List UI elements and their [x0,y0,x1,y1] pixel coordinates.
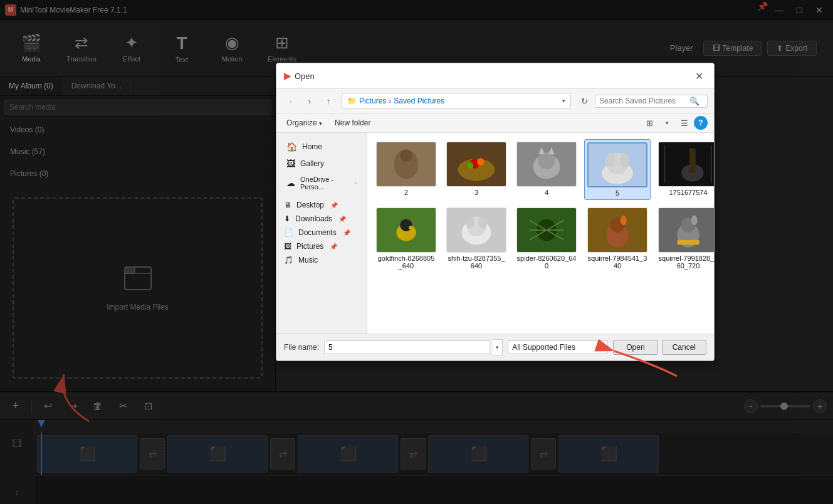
file-thumb-bird [376,207,436,253]
view-large-icons-button[interactable]: ⊞ [641,116,657,130]
file-name-input[interactable] [324,340,490,354]
gallery-icon: 🖼 [286,159,295,169]
breadcrumb-folder-icon: 📁 [347,97,357,105]
file-name-2: 2 [404,189,408,196]
breadcrumb-item-1: Pictures [359,97,386,105]
nav-up-button[interactable]: ↑ [320,93,337,108]
svg-point-30 [409,226,414,229]
dialog-body: 🏠 Home 🖼 Gallery ☁ OneDrive - Perso... ›… [276,133,714,333]
svg-rect-26 [689,149,696,173]
organize-button[interactable]: Organize ▾ [283,117,326,129]
svg-point-10 [477,158,485,165]
svg-rect-52 [677,240,699,245]
pictures-label: Pictures [296,242,323,251]
open-button[interactable]: Open [613,340,657,355]
file-thumb-2 [376,142,436,187]
file-item-goldfinch[interactable]: goldfinch-8268805_640 [374,205,439,272]
sidebar-nav-onedrive[interactable]: ☁ OneDrive - Perso... › [279,172,364,194]
file-name-5: 5 [616,189,619,197]
organize-label: Organize [286,118,317,127]
svg-point-47 [621,216,627,226]
nav-back-button[interactable]: ‹ [283,93,299,108]
file-name-guitar: 1751677574 [669,189,707,196]
file-thumb-shih [446,207,506,253]
onedrive-icon: ☁ [286,178,295,188]
svg-point-14 [538,152,555,169]
file-name-shih: shih-tzu-8287355_640 [446,255,506,270]
quick-access-downloads[interactable]: ⬇ Downloads 📌 [276,212,367,226]
file-thumb-squirrel2 [658,207,714,253]
downloads-label: Downloads [295,214,332,223]
quick-access-music[interactable]: 🎵 Music [276,253,367,267]
pin-documents-icon: 📌 [343,229,350,236]
file-item-squirrel2[interactable]: squirrel-7991828_960_720 [656,205,714,272]
file-item-squirrel1[interactable]: squirrel-7984541_340 [584,205,651,272]
sidebar-nav-home-label: Home [302,142,322,151]
file-type-label: All Supported Files [512,343,575,352]
file-item-spider[interactable]: spider-8260620_640 [514,205,579,272]
desktop-icon: 🖥 [284,201,291,209]
file-name-input-container: ▾ [324,339,503,355]
view-details-button[interactable]: ☰ [676,116,693,130]
desktop-label: Desktop [296,201,324,209]
music-icon: 🎵 [284,256,293,265]
file-thumb-5 [587,142,647,187]
help-button[interactable]: ? [694,116,708,130]
sidebar-nav-gallery-label: Gallery [300,159,324,168]
quick-access-documents[interactable]: 📄 Documents 📌 [276,226,367,239]
dialog-close-button[interactable]: ✕ [691,68,706,83]
dialog-title-text: Open [295,71,315,81]
breadcrumb-item-2: Saved Pictures [394,97,444,105]
search-input[interactable] [599,97,687,105]
svg-point-21 [620,153,629,167]
file-item-5[interactable]: 5 [584,139,651,200]
dialog-nav-bar: ‹ › ↑ 📁 Pictures › Saved Pictures ▾ ↻ 🔍 [276,89,714,113]
dialog-file-toolbar: Organize ▾ New folder ⊞ ▾ ☰ ? [276,113,714,133]
file-name-dropdown[interactable]: ▾ [493,339,503,355]
file-item-4[interactable]: 4 [514,139,579,200]
quick-access-desktop[interactable]: 🖥 Desktop 📌 [276,198,367,212]
sidebar-nav-home[interactable]: 🏠 Home [279,139,364,155]
home-icon: 🏠 [286,142,297,152]
refresh-button[interactable]: ↻ [576,93,592,108]
new-folder-button[interactable]: New folder [331,117,374,129]
svg-point-35 [478,216,487,229]
cancel-button[interactable]: Cancel [662,340,706,355]
file-name-goldfinch: goldfinch-8268805_640 [376,255,436,270]
file-item-guitar[interactable]: 1751677574 [656,139,714,200]
documents-label: Documents [298,228,337,237]
file-item-3[interactable]: 3 [444,139,509,200]
file-type-select[interactable]: All Supported Files ▾ [508,340,608,354]
dialog-title: ▶ Open [284,71,315,81]
pin-downloads-icon: 📌 [338,216,346,223]
dialog-sidebar: 🏠 Home 🖼 Gallery ☁ OneDrive - Perso... ›… [276,133,367,333]
file-item-shih[interactable]: shih-tzu-8287355_640 [444,205,509,272]
breadcrumb[interactable]: 📁 Pictures › Saved Pictures ▾ [342,93,571,109]
expand-arrow-icon: › [355,180,357,186]
view-buttons: ⊞ ▾ ☰ ? [641,116,708,130]
sidebar-nav-onedrive-label: OneDrive - Perso... [300,176,350,191]
svg-point-51 [691,216,698,226]
nav-forward-button[interactable]: › [301,93,318,108]
pictures-icon: 🖼 [284,242,291,251]
file-name-squirrel2: squirrel-7991828_960_720 [658,255,714,270]
file-thumb-4 [516,142,577,187]
file-name-spider: spider-8260620_640 [516,255,577,270]
sidebar-nav-gallery[interactable]: 🖼 Gallery [279,155,364,172]
dialog-files-grid: 2 3 4 5 [367,133,714,333]
file-name-4: 4 [545,189,548,196]
pin-pictures-icon: 📌 [330,243,337,250]
file-thumb-squirrel1 [587,207,647,253]
dialog-title-bar: ▶ Open ✕ [276,63,714,89]
open-dialog: ▶ Open ✕ ‹ › ↑ 📁 Pictures › Saved Pictur… [276,63,715,361]
svg-point-34 [466,216,474,229]
organize-arrow-icon: ▾ [319,120,322,127]
svg-point-29 [400,219,412,231]
search-box: 🔍 [595,95,708,108]
breadcrumb-dropdown-arrow[interactable]: ▾ [562,98,565,104]
view-dropdown-button[interactable]: ▾ [659,116,675,130]
file-thumb-3 [446,142,506,187]
dialog-footer: File name: ▾ All Supported Files ▾ Open … [276,333,714,360]
file-item-2[interactable]: 2 [374,139,439,200]
quick-access-pictures[interactable]: 🖼 Pictures 📌 [276,239,367,253]
